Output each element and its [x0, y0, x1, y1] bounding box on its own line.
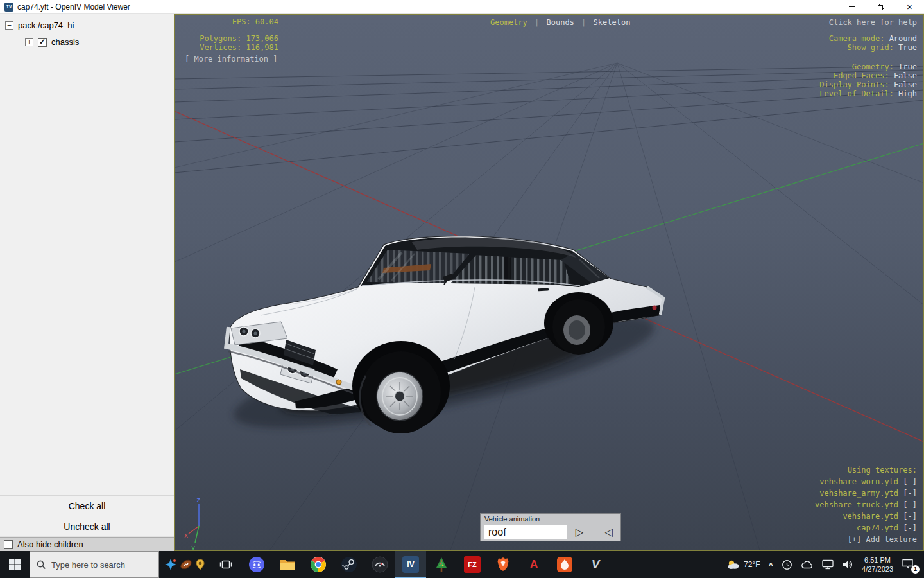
flame-tile-app-button[interactable]: [549, 551, 580, 578]
help-link[interactable]: Click here for help: [819, 18, 917, 27]
setting-geometry[interactable]: Geometry: True: [819, 62, 917, 71]
remove-texture-button[interactable]: [-]: [903, 512, 917, 521]
titlebar: IV cap74.yft - OpenIV Model Viewer ×: [0, 0, 924, 14]
tree-root-label: pack:/cap74_hi: [18, 21, 74, 30]
animation-name-input[interactable]: [484, 525, 567, 539]
tab-separator: |: [581, 18, 586, 27]
texture-row: vehshare_truck.ytd [-]: [815, 499, 917, 511]
brave-icon: [495, 556, 511, 573]
letter-a-icon: A: [530, 558, 538, 572]
discord-app-button[interactable]: [241, 551, 272, 578]
discord-icon: [248, 556, 265, 573]
texture-name[interactable]: vehshare_army.ytd: [819, 489, 898, 498]
remove-texture-button[interactable]: [-]: [903, 523, 917, 532]
action-center-button[interactable]: 1: [902, 558, 916, 572]
texture-list-header: Using textures:: [815, 464, 917, 476]
play-icon: ▷: [576, 526, 583, 538]
also-hide-children-checkbox[interactable]: [4, 540, 13, 549]
fps-value: FPS: 60.04: [184, 17, 278, 26]
map-pin-icon: [195, 558, 205, 571]
restore-icon: [878, 4, 884, 10]
close-button[interactable]: ×: [895, 0, 924, 14]
openiv-app-button[interactable]: IV: [395, 551, 426, 578]
vehicle-animation-panel: Vehicle animation ▷ ◁: [480, 513, 621, 541]
setting-display-points[interactable]: Display Points: False: [819, 80, 917, 89]
remove-texture-button[interactable]: [-]: [903, 500, 917, 509]
taskbar-empty-area: [611, 551, 726, 578]
texture-name[interactable]: vehshare_worn.ytd: [819, 477, 898, 486]
render-stats: FPS: 60.04 Polygons: 173,066 Vertices: 1…: [184, 17, 278, 52]
tree-item-chassis[interactable]: + ✓ chassis: [0, 30, 174, 47]
steam-icon: [341, 556, 357, 573]
add-texture-button[interactable]: [+] Add texture: [815, 534, 917, 545]
vertices-value: Vertices: 116,981: [184, 43, 278, 52]
network-icon[interactable]: [822, 559, 834, 570]
gauge-icon: [372, 556, 388, 573]
taskbar-search-box[interactable]: [30, 551, 159, 578]
texture-row: cap74.ytd [-]: [815, 522, 917, 534]
letter-a-app-button[interactable]: A: [518, 551, 549, 578]
collapse-toggle-icon[interactable]: −: [5, 21, 13, 30]
gauge-app-button[interactable]: [364, 551, 395, 578]
file-explorer-button[interactable]: [272, 551, 303, 578]
tree-icon: [434, 556, 449, 573]
tree-app-button[interactable]: [426, 551, 457, 578]
start-button[interactable]: [0, 551, 30, 578]
task-view-button[interactable]: [210, 551, 241, 578]
texture-name[interactable]: vehshare_truck.ytd: [815, 500, 898, 509]
time-value: 6:51 PM: [862, 556, 893, 565]
notification-badge: 1: [911, 565, 920, 574]
minimize-button[interactable]: [837, 0, 866, 14]
clock-tray-icon[interactable]: [782, 559, 792, 570]
minimize-icon: [849, 6, 855, 7]
texture-name[interactable]: vehshare.ytd: [843, 512, 898, 521]
brave-app-button[interactable]: [488, 551, 518, 578]
reverse-animation-button[interactable]: ◁: [599, 523, 619, 540]
remove-texture-button[interactable]: [-]: [903, 489, 917, 498]
car-model-render: [219, 214, 681, 451]
clock-widget[interactable]: 6:51 PM 4/27/2023: [862, 556, 893, 574]
football-icon: [179, 558, 193, 571]
tab-skeleton[interactable]: Skeleton: [594, 18, 631, 27]
volume-icon[interactable]: [842, 559, 853, 570]
play-animation-button[interactable]: ▷: [569, 523, 590, 540]
steam-app-button[interactable]: [334, 551, 364, 578]
setting-lod[interactable]: Level of Detail: High: [819, 89, 917, 98]
filezilla-app-button[interactable]: FZ: [457, 551, 488, 578]
texture-list: Using textures: vehshare_worn.ytd [-] ve…: [815, 464, 917, 545]
flame-tile-icon: [556, 556, 573, 573]
filezilla-icon: FZ: [464, 556, 481, 573]
weather-widget[interactable]: 72°F: [726, 559, 760, 570]
viewport-3d-canvas[interactable]: FPS: 60.04 Polygons: 173,066 Vertices: 1…: [174, 14, 924, 551]
tree-root-row: − pack:/cap74_hi: [0, 14, 174, 30]
chrome-app-button[interactable]: [303, 551, 334, 578]
setting-show-grid[interactable]: Show grid: True: [819, 43, 917, 52]
tab-geometry[interactable]: Geometry: [490, 18, 527, 27]
expand-toggle-icon[interactable]: +: [25, 38, 33, 46]
axis-gizmo: z x y: [184, 495, 213, 551]
texture-row: vehshare.ytd [-]: [815, 511, 917, 522]
also-hide-children-label: Also hide children: [17, 539, 83, 549]
texture-name[interactable]: cap74.ytd: [857, 523, 898, 532]
search-highlights[interactable]: [159, 551, 210, 578]
uncheck-all-button[interactable]: Uncheck all: [0, 516, 174, 537]
cloud-tray-icon[interactable]: [801, 560, 814, 569]
chassis-checkbox[interactable]: ✓: [38, 38, 47, 47]
show-hidden-icons-button[interactable]: ^: [768, 563, 773, 569]
remove-texture-button[interactable]: [-]: [903, 477, 917, 486]
check-all-button[interactable]: Check all: [0, 496, 174, 516]
setting-cam-mode[interactable]: Camera mode: Around: [819, 34, 917, 43]
setting-edged-faces[interactable]: Edged Faces: False: [819, 71, 917, 80]
openiv-window-icon: IV: [4, 3, 13, 12]
temperature-value: 72°F: [744, 560, 760, 569]
sidebar-bottom-controls: Check all Uncheck all Also hide children: [0, 495, 174, 551]
checkmark-icon: ✓: [39, 38, 46, 46]
restore-button[interactable]: [866, 0, 895, 14]
search-input[interactable]: [51, 560, 153, 570]
v-app-button[interactable]: V: [580, 551, 611, 578]
tree-item-chassis-label[interactable]: chassis: [51, 37, 79, 47]
tab-bounds[interactable]: Bounds: [547, 18, 574, 27]
texture-row: vehshare_army.ytd [-]: [815, 487, 917, 499]
more-information-link[interactable]: [ More information ]: [185, 55, 278, 64]
axis-x-label: x: [184, 532, 188, 539]
